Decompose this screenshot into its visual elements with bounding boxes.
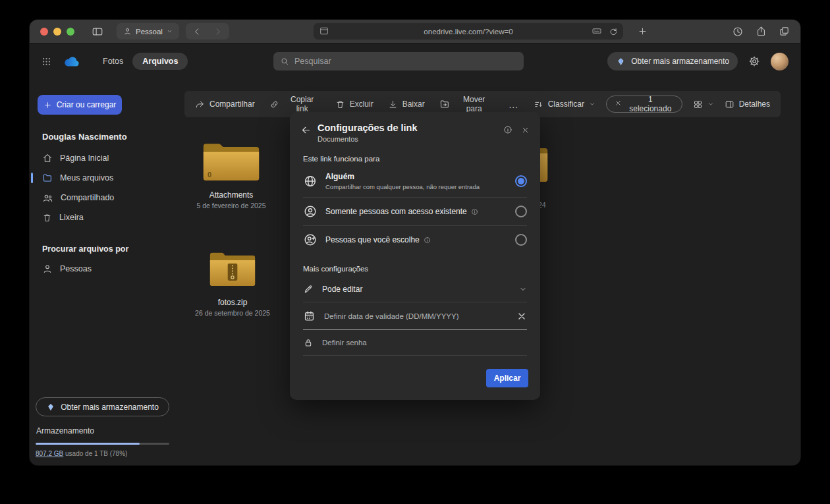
file-tile-fotos-zip[interactable]: fotos.zip 26 de setembro de 2025 [189, 247, 276, 317]
get-more-storage-sidebar-button[interactable]: Obter mais armazenamento [36, 397, 169, 416]
expiry-date-row[interactable]: Definir data de validade (DD/MM/YYYY) [303, 302, 527, 330]
diamond-icon [616, 57, 626, 67]
person-circle-icon [303, 204, 318, 219]
link-icon [269, 99, 279, 109]
dialog-close-button[interactable] [521, 126, 530, 134]
view-options-button[interactable] [693, 99, 714, 109]
password-row[interactable]: Definir senha [303, 330, 527, 356]
minimize-window-button[interactable] [53, 28, 61, 36]
folder-icon: 0 [201, 140, 262, 183]
info-icon[interactable] [471, 208, 478, 215]
browse-heading: Procurar arquivos por [42, 244, 184, 254]
search-bar[interactable] [273, 52, 524, 70]
search-icon [280, 57, 289, 66]
avatar [771, 53, 788, 70]
details-button[interactable]: Detalhes [725, 99, 770, 109]
info-icon[interactable] [424, 237, 431, 244]
chevron-down-icon [167, 28, 173, 34]
trash-icon [42, 213, 52, 223]
tab-overview-button[interactable] [779, 26, 790, 37]
zoom-window-button[interactable] [67, 28, 74, 36]
tab-arquivos[interactable]: Arquivos [132, 53, 188, 70]
app-launcher-button[interactable] [42, 57, 51, 67]
storage-progress-bar [36, 443, 169, 445]
download-icon [388, 99, 398, 109]
copy-link-button[interactable]: Copiar link [269, 95, 321, 113]
file-name: Attachments [188, 190, 275, 200]
radio-existing-access[interactable] [515, 206, 527, 217]
option-label: Alguém [325, 172, 480, 181]
file-tile-attachments[interactable]: 0 Attachments 5 de fevereiro de 2025 [188, 140, 275, 210]
sort-button[interactable]: Classificar [534, 99, 595, 109]
back-button[interactable] [192, 27, 202, 36]
sidebar-item-shared[interactable]: Compartilhado [30, 188, 184, 208]
address-bar[interactable]: onedrive.live.com/?view=0 [314, 23, 623, 40]
history-button[interactable] [732, 26, 744, 38]
keyboard-icon[interactable] [592, 26, 602, 38]
permission-row[interactable]: Pode editar [303, 277, 527, 302]
dialog-title: Configurações de link [318, 123, 417, 133]
option-description: Compartilhar com qualquer pessoa, não re… [325, 183, 480, 190]
diamond-icon [46, 403, 55, 412]
share-page-button[interactable] [756, 26, 767, 37]
trash-icon [335, 99, 345, 109]
move-to-button[interactable]: Mover para [439, 95, 494, 113]
sidebar-item-my-files[interactable]: Meus arquivos [30, 168, 184, 188]
reload-button[interactable] [609, 26, 618, 38]
chevron-down-icon [707, 101, 714, 107]
details-pane-icon [725, 99, 734, 109]
dialog-info-button[interactable] [503, 125, 512, 134]
radio-people-you-choose[interactable] [515, 234, 527, 246]
file-date: 5 de fevereiro de 2025 [188, 202, 275, 210]
get-more-storage-button[interactable]: Obter mais armazenamento [607, 52, 738, 70]
option-anyone[interactable]: Alguém Compartilhar com qualquer pessoa,… [303, 165, 527, 198]
close-window-button[interactable] [40, 28, 48, 36]
url-text: onedrive.live.com/?view=0 [424, 28, 512, 36]
apply-button[interactable]: Aplicar [486, 369, 528, 387]
new-tab-button[interactable] [638, 26, 648, 36]
info-icon [503, 125, 512, 134]
sidebar-item-people[interactable]: Pessoas [30, 259, 184, 279]
settings-button[interactable] [748, 55, 760, 67]
sort-icon [534, 99, 543, 109]
reload-icon [609, 27, 618, 36]
create-or-upload-button[interactable]: Criar ou carregar [38, 95, 122, 115]
pencil-icon [303, 284, 314, 294]
chevron-down-icon [589, 101, 595, 107]
page-format-icon[interactable] [319, 26, 329, 38]
sidebar-item-trash[interactable]: Lixeira [30, 208, 184, 227]
people-icon [42, 192, 53, 204]
browser-toolbar: Pessoal onedrive.live.com/?view=0 [30, 20, 800, 43]
search-input[interactable] [294, 57, 517, 66]
delete-button[interactable]: Excluir [335, 99, 374, 109]
account-avatar[interactable] [760, 53, 788, 70]
option-label: Somente pessoas com acesso existente [325, 207, 478, 216]
browser-actions [732, 26, 790, 38]
sidebar-toggle-button[interactable] [92, 26, 103, 38]
person-icon [42, 264, 53, 274]
profile-button[interactable]: Pessoal [117, 23, 179, 40]
sidebar-item-home[interactable]: Página Inicial [30, 148, 184, 168]
forward-button[interactable] [213, 27, 223, 36]
chevron-down-icon [519, 285, 527, 293]
dialog-back-button[interactable] [300, 125, 312, 138]
selection-count-pill[interactable]: 1 selecionado [606, 96, 682, 113]
folder-move-icon [439, 99, 450, 109]
option-existing-access[interactable]: Somente pessoas com acesso existente [303, 198, 527, 226]
traffic-lights [40, 28, 74, 36]
option-people-you-choose[interactable]: Pessoas que você escolhe [303, 226, 527, 254]
storage-heading: Armazenamento [36, 426, 169, 435]
plus-icon [638, 26, 648, 36]
tab-fotos[interactable]: Fotos [96, 53, 130, 70]
share-icon [195, 99, 205, 109]
globe-icon [303, 174, 318, 188]
download-button[interactable]: Baixar [388, 99, 425, 109]
permission-label: Pode editar [322, 285, 362, 294]
radio-anyone[interactable] [515, 175, 527, 187]
more-commands-button[interactable]: … [509, 99, 519, 110]
usage-amount-link[interactable]: 807.2 GB [36, 450, 63, 457]
onedrive-app: Fotos Arquivos Obter mais armazenamento [30, 43, 800, 465]
app-header: Fotos Arquivos Obter mais armazenamento [30, 43, 800, 79]
clear-expiry-button[interactable] [516, 311, 527, 322]
share-button[interactable]: Compartilhar [195, 99, 255, 109]
